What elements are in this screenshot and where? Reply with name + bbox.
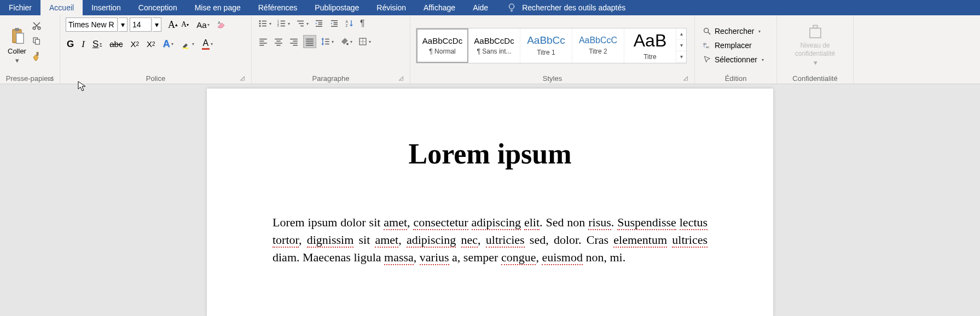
svg-rect-2	[15, 28, 19, 31]
bold-button[interactable]: G	[66, 38, 75, 51]
scissors-icon	[32, 21, 42, 31]
group-label-font: Police◿	[66, 73, 246, 83]
svg-rect-63	[810, 28, 821, 38]
paint-bucket-icon	[339, 37, 349, 46]
tell-me-label: Rechercher des outils adaptés	[522, 3, 625, 12]
paintbrush-icon	[32, 51, 42, 61]
justify-button[interactable]	[303, 35, 316, 48]
font-launcher[interactable]: ◿	[239, 74, 246, 81]
style-normal[interactable]: AaBbCcDc¶ Normal	[416, 28, 468, 63]
sort-button[interactable]: AZ	[344, 17, 356, 30]
bullet-list-icon	[258, 19, 268, 28]
cursor-icon	[703, 55, 711, 64]
copy-button[interactable]	[31, 35, 43, 47]
shrink-font-button[interactable]: A▾	[180, 19, 190, 30]
grow-font-button[interactable]: A▴	[167, 18, 179, 32]
style-heading2[interactable]: AaBbCcCTitre 2	[572, 28, 624, 63]
show-marks-button[interactable]: ¶	[359, 17, 366, 30]
svg-text:3: 3	[277, 24, 279, 27]
align-right-button[interactable]	[288, 36, 300, 48]
eraser-icon: A	[216, 20, 226, 30]
svg-point-55	[347, 43, 349, 45]
paste-button[interactable]: Coller ▾	[5, 17, 28, 73]
tell-me-search[interactable]: Rechercher des outils adaptés	[497, 3, 625, 13]
cut-button[interactable]	[31, 20, 43, 32]
borders-button[interactable]: ▾	[357, 36, 372, 48]
menu-references[interactable]: Références	[250, 0, 306, 15]
styles-scroll-up[interactable]: ▴	[676, 28, 686, 40]
strikethrough-button[interactable]: abc	[108, 38, 124, 50]
font-size-dropdown[interactable]: ▾	[153, 17, 161, 32]
font-name-combo[interactable]	[66, 17, 118, 32]
clipboard-launcher[interactable]: ◿	[48, 74, 54, 81]
menu-publipostage[interactable]: Publipostage	[306, 0, 368, 15]
replace-button[interactable]: abac Remplacer	[700, 40, 771, 51]
align-left-button[interactable]	[257, 36, 269, 48]
svg-point-11	[259, 21, 260, 22]
menu-affichage[interactable]: Affichage	[415, 0, 464, 15]
styles-expand[interactable]: ▾	[676, 51, 686, 63]
format-painter-button[interactable]	[31, 50, 43, 62]
svg-point-13	[259, 23, 260, 24]
paragraph-launcher[interactable]: ◿	[398, 74, 404, 81]
highlight-button[interactable]: ▾	[180, 38, 195, 50]
menu-accueil[interactable]: Accueil	[40, 0, 83, 15]
font-color-button[interactable]: A▾	[201, 37, 214, 51]
group-label-clipboard: Presse-papiers◿	[5, 73, 54, 83]
menu-insertion[interactable]: Insertion	[83, 0, 130, 15]
justify-icon	[305, 37, 315, 46]
svg-text:A: A	[218, 20, 221, 25]
find-button[interactable]: Rechercher▾	[700, 26, 771, 37]
group-styles: AaBbCcDc¶ Normal AaBbCcDc¶ Sans int... A…	[410, 15, 695, 84]
sensitivity-button[interactable]: Niveau de confidentialité ▾	[782, 17, 848, 73]
align-left-icon	[258, 37, 268, 46]
text-effects-button[interactable]: A▾	[162, 37, 175, 51]
menu-aide[interactable]: Aide	[464, 0, 497, 15]
styles-scroll-down[interactable]: ▾	[676, 40, 686, 51]
increase-indent-button[interactable]	[328, 17, 340, 30]
style-heading1[interactable]: AaBbCcTitre 1	[520, 28, 572, 63]
menu-mise-en-page[interactable]: Mise en page	[186, 0, 250, 15]
line-spacing-button[interactable]: ▾	[320, 36, 335, 48]
menu-fichier[interactable]: Fichier	[0, 0, 40, 15]
document-canvas[interactable]: Lorem ipsum Lorem ipsum dolor sit amet, …	[0, 84, 980, 316]
page[interactable]: Lorem ipsum Lorem ipsum dolor sit amet, …	[207, 89, 773, 316]
document-title[interactable]: Lorem ipsum	[272, 138, 708, 170]
group-label-editing: Édition	[700, 73, 771, 83]
align-center-button[interactable]	[272, 36, 285, 48]
multilevel-list-button[interactable]: ▾	[294, 17, 310, 30]
italic-button[interactable]: I	[80, 38, 86, 51]
svg-rect-7	[36, 39, 40, 44]
sensitivity-icon	[807, 24, 824, 40]
menu-conception[interactable]: Conception	[130, 0, 186, 15]
style-title[interactable]: AaBTitre	[624, 28, 676, 63]
align-center-icon	[274, 37, 283, 46]
clear-formatting-button[interactable]: A	[215, 19, 227, 31]
decrease-indent-button[interactable]	[313, 17, 325, 30]
svg-rect-10	[183, 48, 189, 49]
sensitivity-label: Niveau de confidentialité	[785, 42, 845, 57]
font-size-combo[interactable]	[130, 17, 152, 32]
change-case-button[interactable]: Aa▾	[195, 19, 211, 31]
menu-revision[interactable]: Révision	[368, 0, 415, 15]
underline-button[interactable]: S▾	[91, 38, 103, 51]
bullets-button[interactable]: ▾	[257, 17, 272, 30]
shading-button[interactable]: ▾	[338, 36, 353, 48]
group-editing: Rechercher▾ abac Remplacer Sélectionner▾…	[695, 15, 777, 84]
select-button[interactable]: Sélectionner▾	[700, 54, 771, 65]
subscript-button[interactable]: X2	[129, 38, 140, 50]
svg-rect-3	[16, 33, 24, 44]
style-no-spacing[interactable]: AaBbCcDc¶ Sans int...	[468, 28, 520, 63]
superscript-button[interactable]: X2	[146, 38, 156, 50]
styles-launcher[interactable]: ◿	[682, 74, 689, 81]
numbering-button[interactable]: 123▾	[276, 17, 291, 30]
document-paragraph[interactable]: Lorem ipsum dolor sit amet, consectetur …	[272, 214, 708, 266]
group-label-paragraph: Paragraphe◿	[257, 73, 404, 83]
highlighter-icon	[181, 39, 191, 49]
ribbon: Coller ▾ Presse-papiers◿ ▾ ▾ A▴ A▾ Aa▾ A	[0, 15, 980, 84]
paste-label: Coller	[8, 47, 26, 55]
outdent-icon	[314, 19, 324, 28]
copy-icon	[32, 36, 42, 46]
font-name-dropdown[interactable]: ▾	[119, 17, 127, 32]
svg-text:Z: Z	[346, 24, 348, 27]
